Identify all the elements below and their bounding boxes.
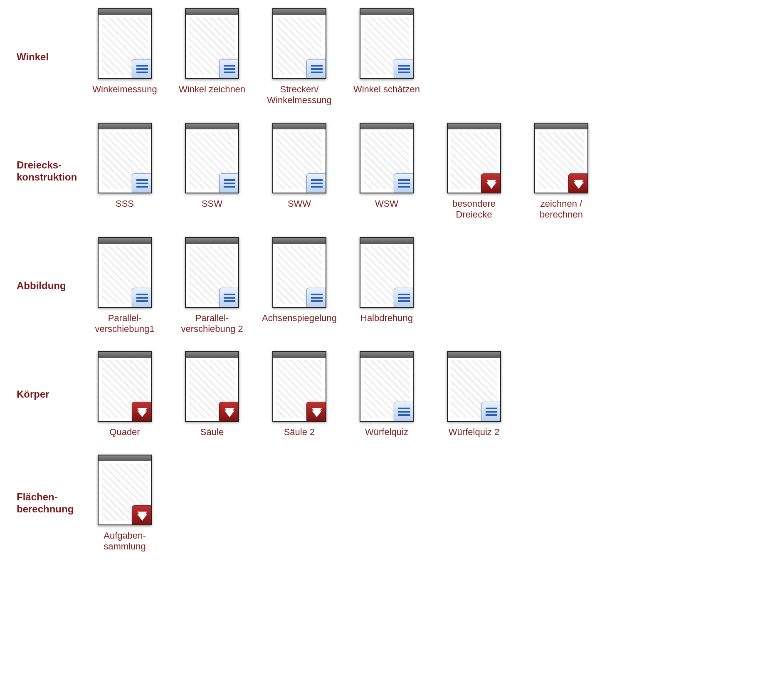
worksheet-caption: Winkel schätzen <box>353 84 420 95</box>
worksheet-item[interactable]: Parallel-verschiebung 2 <box>175 237 249 335</box>
category-label: Dreiecks-konstruktion <box>17 159 87 183</box>
worksheet-caption: Halbdrehung <box>360 313 413 324</box>
word-icon <box>132 288 152 308</box>
worksheet-thumbnail[interactable] <box>185 123 239 193</box>
worksheet-caption: SSS <box>116 198 134 209</box>
worksheet-item[interactable]: Halbdrehung <box>349 237 424 335</box>
pdf-icon <box>132 402 152 422</box>
worksheet-thumbnail[interactable] <box>98 123 152 193</box>
worksheet-caption: WSW <box>375 198 398 209</box>
worksheet-grid: WinkelWinkelmessungWinkel zeichnenStreck… <box>17 8 748 552</box>
worksheet-thumbnail[interactable] <box>447 123 501 193</box>
pdf-icon <box>219 402 239 422</box>
worksheet-item[interactable]: zeichnen /berechnen <box>524 123 599 220</box>
worksheet-thumbnail[interactable] <box>98 8 152 79</box>
category-row: KörperQuaderSäuleSäule 2WürfelquizWürfel… <box>17 351 748 438</box>
worksheet-caption: Säule 2 <box>284 427 315 438</box>
category-label: Abbildung <box>17 280 87 292</box>
worksheet-thumbnail[interactable] <box>360 351 414 422</box>
word-icon <box>132 173 152 193</box>
worksheet-caption: Winkelmessung <box>92 84 157 95</box>
worksheet-thumbnail[interactable] <box>272 351 326 422</box>
worksheet-thumbnail[interactable] <box>185 8 239 79</box>
category-label: Winkel <box>17 51 87 63</box>
category-row: WinkelWinkelmessungWinkel zeichnenStreck… <box>17 8 748 106</box>
item-list: Parallel-verschiebung1Parallel-verschieb… <box>87 237 748 335</box>
worksheet-item[interactable]: Winkel zeichnen <box>175 8 249 106</box>
item-list: WinkelmessungWinkel zeichnenStrecken/Win… <box>87 8 748 106</box>
word-icon <box>219 59 239 79</box>
worksheet-thumbnail[interactable] <box>360 237 414 308</box>
worksheet-caption: Quader <box>109 427 140 438</box>
pdf-icon <box>306 402 326 422</box>
worksheet-thumbnail[interactable] <box>98 351 152 422</box>
worksheet-caption: Strecken/Winkelmessung <box>267 84 331 106</box>
word-icon <box>394 59 414 79</box>
worksheet-item[interactable]: Achsenspiegelung <box>262 237 337 335</box>
worksheet-item[interactable]: Strecken/Winkelmessung <box>262 8 337 106</box>
worksheet-caption: Achsenspiegelung <box>262 313 337 324</box>
worksheet-item[interactable]: Winkelmessung <box>87 8 162 106</box>
word-icon <box>132 59 152 79</box>
worksheet-thumbnail[interactable] <box>360 123 414 193</box>
worksheet-item[interactable]: SWW <box>262 123 337 220</box>
category-row: Flächen-berechnungAufgaben-sammlung <box>17 455 748 552</box>
word-icon <box>481 402 501 422</box>
worksheet-caption: SWW <box>288 198 311 209</box>
worksheet-thumbnail[interactable] <box>272 8 326 79</box>
worksheet-caption: Würfelquiz <box>365 427 408 438</box>
word-icon <box>394 402 414 422</box>
word-icon <box>394 288 414 308</box>
worksheet-item[interactable]: Säule <box>175 351 249 438</box>
worksheet-caption: Winkel zeichnen <box>179 84 245 95</box>
worksheet-thumbnail[interactable] <box>98 237 152 308</box>
worksheet-caption: Parallel-verschiebung1 <box>95 313 154 335</box>
worksheet-caption: zeichnen /berechnen <box>540 198 583 220</box>
worksheet-thumbnail[interactable] <box>447 351 501 422</box>
worksheet-thumbnail[interactable] <box>98 455 152 525</box>
worksheet-caption: besondereDreiecke <box>452 198 496 220</box>
worksheet-item[interactable]: Parallel-verschiebung1 <box>87 237 162 335</box>
word-icon <box>306 288 326 308</box>
worksheet-item[interactable]: SSS <box>87 123 162 220</box>
worksheet-thumbnail[interactable] <box>185 237 239 308</box>
word-icon <box>394 173 414 193</box>
item-list: QuaderSäuleSäule 2WürfelquizWürfelquiz 2 <box>87 351 748 438</box>
worksheet-item[interactable]: WSW <box>349 123 424 220</box>
word-icon <box>306 59 326 79</box>
category-row: Dreiecks-konstruktionSSSSSWSWWWSWbesonde… <box>17 123 748 220</box>
worksheet-item[interactable]: Würfelquiz <box>349 351 424 438</box>
worksheet-thumbnail[interactable] <box>185 351 239 422</box>
worksheet-thumbnail[interactable] <box>272 123 326 193</box>
worksheet-caption: Aufgaben-sammlung <box>104 530 146 552</box>
worksheet-item[interactable]: SSW <box>175 123 249 220</box>
worksheet-thumbnail[interactable] <box>272 237 326 308</box>
item-list: SSSSSWSWWWSWbesondereDreieckezeichnen /b… <box>87 123 748 220</box>
worksheet-caption: Säule <box>200 427 224 438</box>
worksheet-item[interactable]: Winkel schätzen <box>349 8 424 106</box>
word-icon <box>306 173 326 193</box>
pdf-icon <box>568 173 588 193</box>
category-label: Körper <box>17 388 87 401</box>
worksheet-caption: SSW <box>202 198 222 209</box>
worksheet-item[interactable]: besondereDreiecke <box>437 123 511 220</box>
word-icon <box>219 288 239 308</box>
worksheet-caption: Parallel-verschiebung 2 <box>181 313 243 335</box>
worksheet-item[interactable]: Aufgaben-sammlung <box>87 455 162 552</box>
worksheet-thumbnail[interactable] <box>360 8 414 79</box>
pdf-icon <box>132 505 152 525</box>
worksheet-item[interactable]: Säule 2 <box>262 351 337 438</box>
word-icon <box>219 173 239 193</box>
item-list: Aufgaben-sammlung <box>87 455 748 552</box>
pdf-icon <box>481 173 501 193</box>
category-label: Flächen-berechnung <box>17 491 87 515</box>
worksheet-item[interactable]: Quader <box>87 351 162 438</box>
category-row: AbbildungParallel-verschiebung1Parallel-… <box>17 237 748 335</box>
worksheet-thumbnail[interactable] <box>534 123 588 193</box>
worksheet-caption: Würfelquiz 2 <box>449 427 499 438</box>
worksheet-item[interactable]: Würfelquiz 2 <box>437 351 511 438</box>
